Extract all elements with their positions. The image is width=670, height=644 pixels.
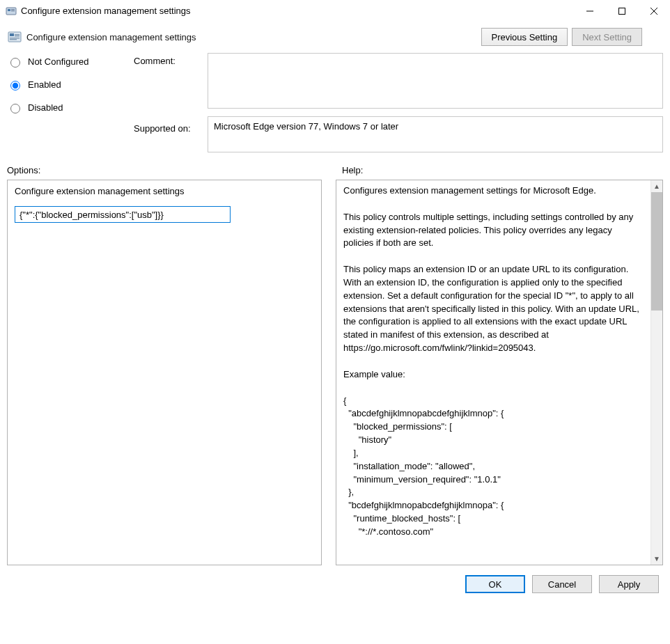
policy-icon: [7, 29, 22, 45]
scroll-down-icon[interactable]: ▼: [651, 553, 662, 565]
radio-disabled[interactable]: [10, 104, 20, 113]
options-pane: Configure extension management settings: [7, 180, 322, 565]
svg-rect-5: [619, 8, 625, 14]
close-button[interactable]: [638, 0, 670, 22]
dialog-footer: OK Cancel Apply: [0, 565, 670, 593]
scroll-up-icon[interactable]: ▲: [651, 180, 662, 192]
svg-rect-12: [10, 38, 20, 38]
next-setting-button: Next Setting: [572, 28, 642, 46]
radio-enabled-label: Enabled: [28, 79, 61, 90]
app-icon: [6, 6, 17, 17]
options-value-input[interactable]: [15, 206, 231, 223]
scroll-track[interactable]: [651, 192, 662, 553]
radio-not-configured[interactable]: [10, 58, 20, 68]
help-text: Configures extension management settings…: [336, 180, 650, 565]
state-enabled[interactable]: Enabled: [7, 79, 130, 91]
svg-rect-9: [10, 33, 14, 36]
help-label: Help:: [342, 165, 663, 175]
radio-disabled-label: Disabled: [28, 102, 63, 113]
svg-rect-10: [15, 34, 20, 35]
cancel-button[interactable]: Cancel: [532, 575, 592, 593]
comment-label: Comment:: [134, 53, 203, 66]
ok-button[interactable]: OK: [465, 575, 525, 593]
minimize-button[interactable]: [574, 0, 606, 22]
help-pane: Configures extension management settings…: [336, 180, 663, 565]
previous-setting-button[interactable]: Previous Setting: [481, 28, 568, 46]
help-scrollbar[interactable]: ▲ ▼: [650, 180, 662, 565]
svg-rect-1: [8, 9, 10, 11]
comment-field[interactable]: [208, 53, 663, 109]
options-label: Options:: [7, 165, 328, 175]
title-bar: Configure extension management settings: [0, 0, 670, 22]
options-title: Configure extension management settings: [15, 186, 314, 196]
supported-on-label: Supported on:: [134, 116, 203, 134]
apply-button[interactable]: Apply: [599, 575, 659, 593]
maximize-button[interactable]: [606, 0, 638, 22]
svg-rect-2: [11, 9, 15, 10]
svg-rect-13: [10, 39, 17, 40]
radio-enabled[interactable]: [10, 81, 20, 91]
header: Configure extension management settings …: [0, 22, 670, 53]
state-disabled[interactable]: Disabled: [7, 102, 130, 113]
window-title: Configure extension management settings: [21, 6, 574, 16]
svg-rect-3: [11, 10, 15, 11]
svg-rect-11: [15, 36, 20, 36]
scroll-thumb[interactable]: [651, 192, 662, 311]
supported-on-field: Microsoft Edge version 77, Windows 7 or …: [208, 116, 663, 152]
state-not-configured[interactable]: Not Configured: [7, 56, 130, 68]
radio-not-configured-label: Not Configured: [28, 56, 88, 67]
header-title: Configure extension management settings: [26, 32, 477, 42]
